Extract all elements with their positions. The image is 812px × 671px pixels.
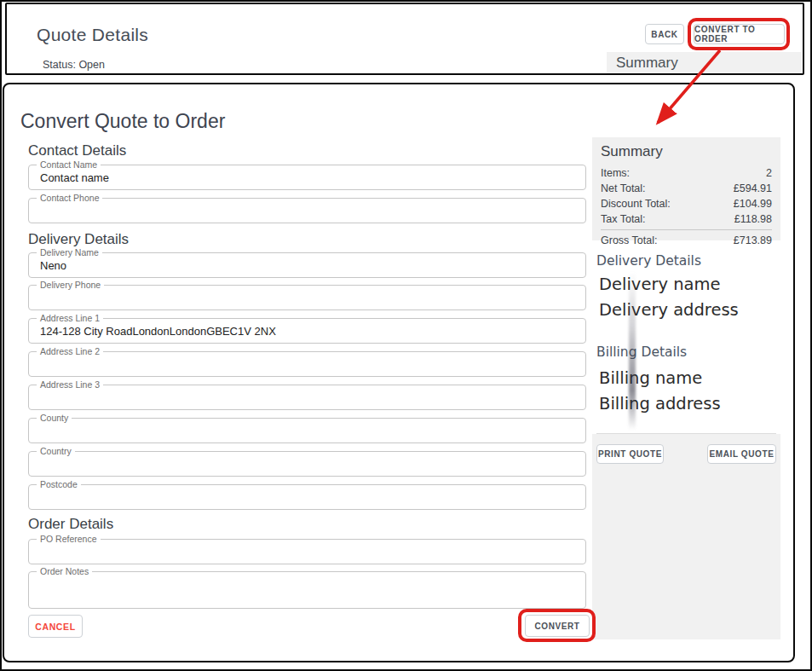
print-quote-button[interactable]: PRINT QUOTE — [596, 444, 664, 464]
page-title: Quote Details — [37, 25, 148, 45]
field-label: County — [37, 413, 72, 424]
field-value: 124-128 City RoadLondonLondonGBEC1V 2NX — [40, 325, 276, 338]
sidebar-billing-name: Billing name — [599, 368, 702, 388]
county-field[interactable]: County — [28, 418, 586, 443]
summary-heading: Summary — [601, 143, 772, 160]
field-label: Contact Name — [37, 159, 101, 171]
address-line-3-field[interactable]: Address Line 3 — [28, 385, 586, 410]
delivery-name-field[interactable]: Delivery Name Neno — [28, 252, 586, 278]
field-label: Address Line 2 — [37, 346, 103, 357]
delivery-phone-field[interactable]: Delivery Phone — [28, 285, 586, 310]
scroll-shadow-artifact — [629, 271, 636, 430]
status-text: Status: Open — [43, 59, 105, 71]
modal-title: Convert Quote to Order — [20, 110, 225, 133]
cancel-button[interactable]: CANCEL — [28, 615, 83, 638]
field-label: Delivery Name — [37, 247, 102, 258]
screenshot-canvas: Quote Details Status: Open BACK CONVERT … — [0, 0, 812, 671]
summary-row-items: Items: 2 — [601, 165, 772, 181]
sidebar-actions-section — [592, 434, 780, 639]
field-value: Neno — [40, 259, 66, 272]
sidebar-delivery-name: Delivery name — [599, 275, 720, 294]
contact-phone-field[interactable]: Contact Phone — [28, 198, 586, 223]
summary-row-tax-total: Tax Total: £118.98 — [601, 211, 772, 227]
contact-details-heading: Contact Details — [28, 142, 126, 159]
back-button[interactable]: BACK — [645, 24, 684, 44]
field-label: Address Line 3 — [37, 379, 103, 390]
postcode-field[interactable]: Postcode — [28, 484, 586, 510]
sidebar-delivery-address: Delivery address — [599, 300, 739, 320]
field-value: Contact name — [40, 171, 109, 184]
po-reference-field[interactable]: PO Reference — [28, 539, 586, 564]
field-label: PO Reference — [37, 534, 101, 545]
address-line-2-field[interactable]: Address Line 2 — [28, 351, 586, 377]
field-label: Country — [37, 446, 75, 457]
topbar-summary-label: Summary — [616, 55, 678, 72]
convert-to-order-button[interactable]: CONVERT TO ORDER — [694, 24, 785, 44]
email-quote-button[interactable]: EMAIL QUOTE — [707, 444, 776, 464]
field-label: Delivery Phone — [37, 280, 104, 291]
summary-row-discount-total: Discount Total: £104.99 — [601, 196, 772, 211]
summary-row-gross-total: Gross Total: £713.89 — [601, 229, 772, 248]
field-label: Order Notes — [37, 566, 92, 577]
sidebar-billing-address: Billing address — [599, 394, 721, 414]
field-label: Address Line 1 — [37, 313, 103, 324]
sidebar-delivery-heading: Delivery Details — [596, 253, 701, 269]
order-notes-field[interactable]: Order Notes — [28, 571, 586, 609]
field-label: Contact Phone — [37, 193, 102, 204]
convert-button[interactable]: CONVERT — [525, 615, 590, 637]
delivery-details-heading: Delivery Details — [28, 231, 129, 248]
sidebar-billing-heading: Billing Details — [596, 344, 687, 360]
field-label: Postcode — [37, 479, 81, 490]
topbar-summary-peek: Summary — [607, 52, 802, 73]
address-line-1-field[interactable]: Address Line 1 124-128 City RoadLondonLo… — [28, 318, 586, 344]
country-field[interactable]: Country — [28, 451, 586, 477]
summary-panel: Summary Items: 2 Net Total: £594.91 Disc… — [592, 137, 780, 240]
summary-row-net-total: Net Total: £594.91 — [601, 181, 772, 196]
order-details-heading: Order Details — [28, 516, 113, 533]
contact-name-field[interactable]: Contact Name Contact name — [28, 165, 586, 190]
